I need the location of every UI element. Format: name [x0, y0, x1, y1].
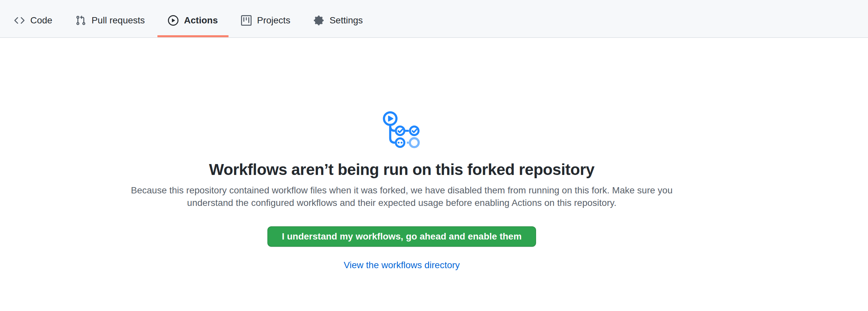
gear-icon [313, 15, 324, 26]
tab-pull-requests-label: Pull requests [92, 16, 145, 25]
tab-settings-label: Settings [330, 16, 363, 25]
actions-disabled-blankslate: Workflows aren’t being run on this forke… [0, 38, 803, 271]
view-workflows-directory-link[interactable]: View the workflows directory [344, 260, 460, 271]
tab-projects-label: Projects [257, 16, 290, 25]
tab-actions[interactable]: Actions [157, 0, 228, 37]
code-icon [14, 15, 25, 26]
blankslate-title: Workflows aren’t being run on this forke… [209, 160, 595, 179]
tab-settings[interactable]: Settings [303, 0, 373, 37]
active-tab-underline [157, 35, 228, 37]
project-icon [241, 15, 252, 26]
workflow-graph-icon [381, 110, 423, 151]
git-pull-request-icon [75, 15, 86, 26]
repo-tab-bar: Code Pull requests Actions Projects [0, 0, 868, 38]
tab-code-label: Code [30, 16, 52, 25]
tab-projects[interactable]: Projects [230, 0, 301, 37]
play-circle-icon [168, 15, 179, 26]
enable-workflows-button[interactable]: I understand my workflows, go ahead and … [268, 226, 536, 247]
tab-actions-label: Actions [184, 16, 218, 25]
blankslate-description: Because this repository contained workfl… [122, 184, 682, 209]
tab-pull-requests[interactable]: Pull requests [65, 0, 155, 37]
tab-code[interactable]: Code [4, 0, 63, 37]
